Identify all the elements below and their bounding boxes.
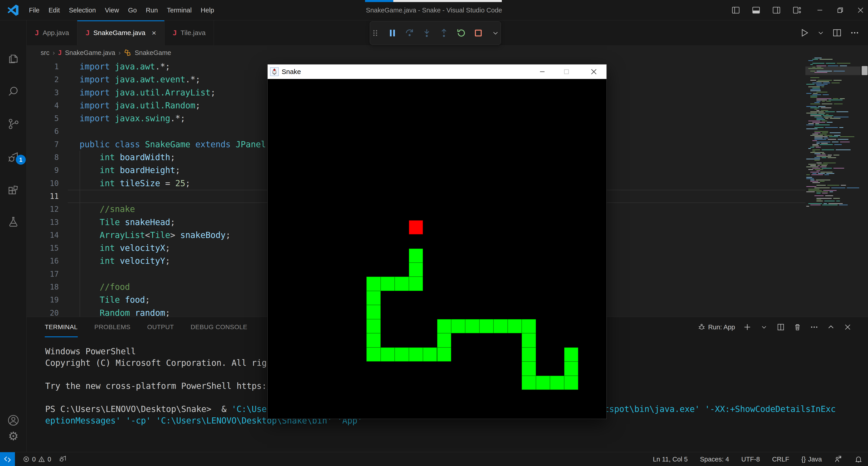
encoding[interactable]: UTF-8 [741,456,760,463]
run-and-debug-icon[interactable]: 1 [0,147,27,169]
panel-tab-terminal[interactable]: TERMINAL [45,317,78,337]
toggle-panel-icon[interactable] [751,0,761,20]
food-tile [409,220,423,234]
window-minimize-button[interactable] [812,0,827,20]
snake-tile [437,333,451,347]
snake-tile [564,361,578,376]
language-mode[interactable]: {}Java [801,456,822,463]
breadcrumb-file[interactable]: SnakeGame.java [65,49,115,57]
line-number: 12 [27,203,59,215]
debug-step-over-button[interactable] [404,28,415,38]
menu-edit[interactable]: Edit [44,3,64,18]
menu-selection[interactable]: Selection [64,3,100,18]
window-restore-button[interactable] [833,0,848,20]
new-terminal-icon[interactable] [743,323,752,332]
menu-go[interactable]: Go [123,3,141,18]
breadcrumb-symbol[interactable]: SnakeGame [135,49,171,57]
split-terminal-icon[interactable] [776,323,785,332]
settings-gear-icon[interactable]: ⚙ [0,425,27,447]
cursor-position[interactable]: Ln 11, Col 5 [653,456,688,463]
progress-strip-white [393,0,502,2]
snake-tile [550,376,564,390]
line-number: 9 [27,164,59,177]
panel-tab-debug-console[interactable]: DEBUG CONSOLE [191,317,247,337]
breadcrumb-separator: › [53,49,55,57]
menu-run[interactable]: Run [141,3,162,18]
java-server-status-icon[interactable] [834,455,842,463]
line-number: 8 [27,151,59,164]
snake-tile [395,276,409,291]
terminal-dropdown-icon[interactable] [760,323,769,332]
source-control-icon[interactable] [0,113,27,135]
toggle-primary-sidebar-icon[interactable] [731,0,741,20]
menu-view[interactable]: View [100,3,123,18]
breadcrumb-separator: › [119,49,121,57]
notifications-bell-icon[interactable] [855,455,863,463]
snake-game-window[interactable]: Snake [268,64,607,419]
menu-terminal[interactable]: Terminal [162,3,196,18]
line-number: 15 [27,241,59,255]
run-java-button[interactable] [799,28,809,38]
tab-tile-java[interactable]: JTile.java [164,20,214,45]
tab-app-java[interactable]: JApp.java [27,20,77,45]
customize-layout-icon[interactable] [792,0,802,20]
menu-file[interactable]: File [24,3,44,18]
line-number: 3 [27,86,59,99]
panel-tab-problems[interactable]: PROBLEMS [94,317,131,337]
error-icon [23,456,30,463]
java-file-icon: J [35,29,39,37]
debug-session-label[interactable]: Run: App [698,323,735,331]
snake-close-button[interactable] [584,64,604,79]
minimap[interactable] [805,55,861,214]
tab-close-icon[interactable]: × [152,29,156,37]
java-duke-icon [270,67,279,76]
split-editor-icon[interactable] [832,28,842,37]
more-actions-icon[interactable] [850,28,860,37]
minimap-slider[interactable] [805,66,861,75]
problems-status[interactable]: 0 0 [23,456,51,463]
line-number: 10 [27,177,59,190]
extensions-icon[interactable] [0,180,27,202]
snake-minimize-button[interactable] [532,64,553,79]
debug-step-into-button[interactable] [422,28,432,38]
tab-label: SnakeGame.java [93,29,145,37]
snake-tile [409,347,423,361]
java-file-icon: J [86,29,90,37]
debug-restart-button[interactable] [456,28,466,38]
testing-icon[interactable] [0,210,27,233]
maximize-panel-icon[interactable] [827,323,835,332]
breadcrumb-src[interactable]: src [41,49,50,57]
explorer-icon[interactable] [0,47,27,70]
breadcrumb[interactable]: src › J SnakeGame.java › SnakeGame [41,45,171,60]
snake-tile [522,347,536,361]
snake-tile [366,347,380,361]
kill-terminal-icon[interactable] [793,323,802,332]
debug-pause-button[interactable] [387,28,398,38]
tab-snakegame-java[interactable]: JSnakeGame.java× [77,20,164,45]
line-number: 20 [27,307,59,317]
indentation[interactable]: Spaces: 4 [700,456,729,463]
editor-scrollbar-thumb[interactable] [862,66,868,75]
menu-help[interactable]: Help [196,3,219,18]
debug-status-icon[interactable] [59,455,66,463]
eol-sequence[interactable]: CRLF [772,456,789,463]
toggle-secondary-sidebar-icon[interactable] [771,0,782,20]
snake-window-titlebar[interactable]: Snake [268,64,607,79]
debug-drag-handle[interactable] [370,28,380,38]
debug-badge: 1 [16,155,26,165]
line-number: 11 [27,190,59,203]
panel-more-actions-icon[interactable] [810,323,819,332]
search-icon[interactable] [0,80,27,103]
panel-tab-output[interactable]: OUTPUT [147,317,174,337]
run-dropdown-icon[interactable] [817,29,824,36]
snake-maximize-button[interactable] [556,64,577,79]
debug-dropdown-icon[interactable] [490,28,501,38]
window-close-button[interactable] [853,0,868,20]
debug-step-out-button[interactable] [439,28,449,38]
snake-tile [479,319,493,333]
close-panel-icon[interactable] [843,323,852,332]
remote-indicator[interactable] [0,452,15,466]
snake-game-board[interactable] [268,79,607,418]
snake-tile [366,291,380,305]
debug-stop-button[interactable] [473,28,484,38]
